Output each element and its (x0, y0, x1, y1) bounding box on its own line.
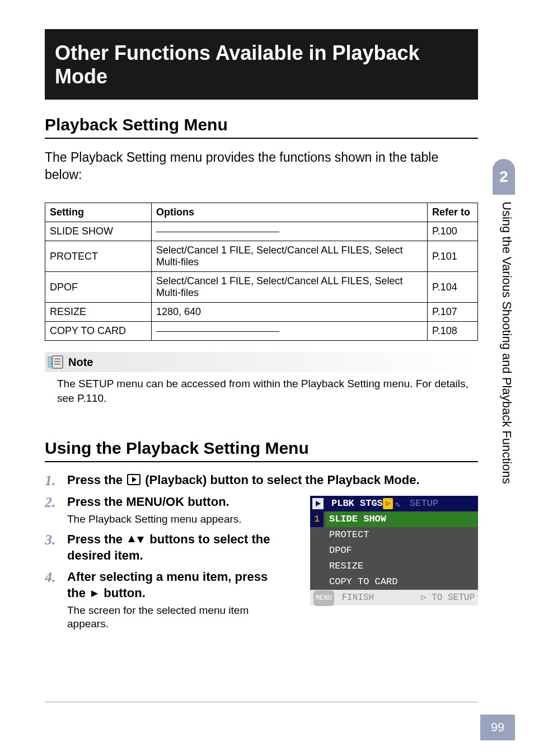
step-head: Press the MENU/OK button. (67, 494, 274, 510)
lcd-tabbar: PLBK STGS ▷ ✎ SETUP (310, 496, 478, 511)
td-setting: PROTECT (45, 241, 152, 272)
td-refer: P.107 (428, 303, 478, 322)
lcd-tab-inactive: SETUP (410, 498, 438, 509)
td-refer: P.108 (428, 322, 478, 341)
step-sub: The screen for the selected menu item ap… (67, 604, 274, 631)
lcd-menu-list: SLIDE SHOW PROTECT DPOF RESIZE COPY TO C… (310, 511, 478, 590)
td-setting: COPY TO CARD (45, 322, 152, 341)
table-row: SLIDE SHOW P.100 (45, 222, 478, 241)
lcd-bottom-right: ▷ TO SETUP (421, 590, 475, 605)
td-options (152, 222, 428, 241)
chapter-side-tab: 2 (493, 159, 515, 195)
th-setting: Setting (45, 203, 152, 222)
lcd-menu-item: RESIZE (326, 558, 478, 574)
lcd-bottom-left-label: FINISH (341, 593, 374, 603)
svg-marker-10 (316, 501, 321, 506)
th-refer: Refer to (428, 203, 478, 222)
right-arrow-icon (90, 589, 99, 598)
step-text: Press the (67, 532, 126, 546)
lcd-menu-item: SLIDE SHOW (326, 511, 478, 527)
td-setting: SLIDE SHOW (45, 222, 152, 241)
step-1: Press the (Playback) button to select th… (45, 472, 478, 489)
td-setting: RESIZE (45, 303, 152, 322)
dash-icon (156, 232, 279, 232)
table-row: DPOF Select/Cancel 1 FILE, Select/Cancel… (45, 272, 478, 303)
svg-marker-8 (137, 537, 144, 543)
up-down-arrows-icon (127, 534, 145, 544)
lcd-menu-item: DPOF (326, 543, 478, 558)
page-number: 99 (480, 715, 515, 740)
step-sub: The Playback Setting menu appears. (67, 513, 274, 527)
camera-lcd-screenshot: PLBK STGS ▷ ✎ SETUP 1 SLIDE SHOW PROTECT… (310, 496, 478, 605)
step-head: Press the buttons to select the desired … (67, 532, 274, 564)
settings-table: Setting Options Refer to SLIDE SHOW P.10… (45, 203, 478, 341)
step-text: Press the (67, 473, 126, 487)
section-heading-using-playback-menu: Using the Playback Setting Menu (45, 439, 478, 462)
table-row: COPY TO CARD P.108 (45, 322, 478, 341)
td-options: 1280, 640 (152, 303, 428, 322)
step-text: (Playback) button to select the Playback… (145, 473, 419, 487)
th-options: Options (152, 203, 428, 222)
note-header: Note (45, 352, 478, 372)
table-header-row: Setting Options Refer to (45, 203, 478, 222)
step-text: button. (104, 586, 146, 600)
svg-marker-7 (128, 536, 135, 542)
lcd-menu-item: COPY TO CARD (326, 574, 478, 590)
lcd-bottom-left: MENU FINISH (313, 590, 374, 605)
playback-mode-icon (312, 498, 324, 509)
side-section-title: Using the Various Shooting and Playback … (494, 201, 514, 604)
intro-paragraph: The Playback Setting menu provides the f… (45, 149, 478, 184)
right-outline-arrow-icon: ▷ (421, 593, 432, 603)
note-icon (47, 355, 64, 369)
td-setting: DPOF (45, 272, 152, 303)
table-row: RESIZE 1280, 640 P.107 (45, 303, 478, 322)
dash-icon (156, 331, 279, 332)
td-refer: P.100 (428, 222, 478, 241)
lcd-bottom-right-label: TO SETUP (432, 593, 475, 603)
lcd-menu-item: PROTECT (326, 527, 478, 543)
playback-box-icon (127, 474, 140, 485)
chapter-number: 2 (499, 168, 508, 185)
svg-marker-9 (91, 590, 98, 597)
step-head: After selecting a menu item, press the b… (67, 569, 274, 601)
note-body: The SETUP menu can be accessed from with… (45, 372, 478, 405)
td-options (152, 322, 428, 341)
svg-marker-6 (132, 477, 137, 482)
footer-rule (45, 702, 478, 702)
note-callout: Note The SETUP menu can be accessed from… (45, 352, 478, 405)
chevron-right-icon: ▷ (383, 498, 393, 509)
lcd-tab-active: PLBK STGS (327, 496, 387, 511)
svg-marker-4 (48, 357, 51, 368)
setup-wrench-icon: ✎ (395, 499, 401, 510)
td-refer: P.104 (428, 272, 478, 303)
td-options: Select/Cancel 1 FILE, Select/Cancel ALL … (152, 272, 428, 303)
note-label: Note (68, 356, 93, 369)
table-row: PROTECT Select/Cancel 1 FILE, Select/Can… (45, 241, 478, 272)
lcd-page-number: 1 (310, 511, 324, 527)
lcd-bottombar: MENU FINISH ▷ TO SETUP (310, 590, 478, 605)
chapter-title-banner: Other Functions Available in Playback Mo… (45, 29, 478, 100)
step-head: Press the (Playback) button to select th… (67, 472, 478, 489)
td-options: Select/Cancel 1 FILE, Select/Cancel ALL … (152, 241, 428, 272)
td-refer: P.101 (428, 241, 478, 272)
menu-pill-icon: MENU (313, 590, 334, 606)
section-heading-playback-setting-menu: Playback Setting Menu (45, 115, 478, 139)
